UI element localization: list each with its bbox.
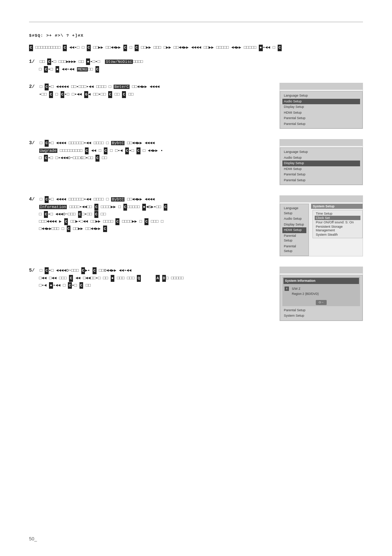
s5-b10: C	[68, 282, 72, 289]
menu2-item-5: Parental Setup	[282, 115, 360, 121]
sub-item-4: Persistent Storage Management	[315, 224, 360, 232]
img2-top	[280, 83, 363, 90]
s4-b6: C	[44, 211, 48, 218]
s3-b7: C	[95, 155, 99, 162]
m5-item-bg: System Information i S/W Z Region 2 (BD/…	[282, 277, 360, 306]
s3-b2: C	[85, 147, 89, 154]
s2-b4: G	[84, 91, 88, 98]
s3-uwgrade: Uwgrade	[39, 149, 57, 153]
ok-button[interactable]: O→	[316, 300, 327, 305]
s4-b3: C	[123, 204, 127, 211]
step-2-content: 2/ □ C▪□ ◄◄◄◄◄ □□▪□□□▪◄◄ □□□□ □ BeterC □…	[29, 83, 271, 98]
s3-b5: C	[136, 147, 140, 154]
s2-beter: BeterC	[114, 85, 130, 89]
s2-b6: C	[122, 91, 126, 98]
s3-bybt: BybtC	[111, 141, 124, 145]
step-3-text: 3/ □ C▪□ ◄◄◄◄ □□□□□□▪◄◄ □□□□ □ BybtC □□◄…	[29, 139, 271, 161]
m4-item-3: Display Setup	[282, 222, 306, 228]
step-3-number: 3/	[29, 140, 35, 146]
m5-system: System Setup	[282, 313, 360, 319]
page-container: $#$Q: >+ #>\ ? +]#X C □□□□□□□□□□ C ◄◄▪□ …	[0, 0, 392, 353]
s5-b4: C	[69, 275, 73, 282]
intro-text: C □□□□□□□□□□ C ◄◄▪□ □ C □□▶▶ □□◄◄▶▶ C □ …	[29, 44, 363, 51]
s4-b8: C	[94, 211, 98, 218]
s4-b2: C	[94, 204, 98, 211]
s1-stow: Stow/NoDisc	[105, 60, 133, 64]
menu2-item-6: Parental Setup	[282, 121, 360, 127]
step-5-text: 5/ □ C▪□ ◄◄◄◄O~□□□ C▶▪ C □□O◄◄▶▶ ◄◄▪◄◄ □…	[29, 267, 271, 289]
s5-b1: C	[45, 267, 49, 274]
img3-top	[280, 139, 363, 146]
step-4-number: 4/	[29, 196, 35, 202]
s4-bybt: BybtC	[111, 197, 124, 202]
s4-b11: C	[144, 218, 148, 225]
intro-bold-o: ●	[259, 45, 263, 51]
step-3-image: Language Setup Audio Setup Display Setup…	[279, 139, 363, 185]
menu3-item-5: Parental Setup	[282, 172, 360, 178]
step-5-image: System Information i S/W Z Region 2 (BD/…	[279, 267, 363, 321]
step-4-section: 4/ □ C▪□ ◄◄◄◄ □□□□□□▪◄◄ □□□□ □ BybtC □□◄…	[29, 195, 363, 256]
s3-b6: C	[44, 155, 48, 162]
s4-b7: C	[78, 211, 82, 218]
menu4-panels: Language Setup Audio Setup Display Setup…	[280, 204, 363, 256]
s1-b1: C	[47, 58, 51, 65]
intro-bold-c: C	[29, 45, 33, 51]
s1-b2: ●	[86, 58, 90, 65]
page-number: 50_	[29, 536, 37, 541]
menu3-item-4: HDMI Setup	[282, 166, 360, 172]
step-5-content: 5/ □ C▪□ ◄◄◄◄O~□□□ C▶▪ C □□O◄◄▶▶ ◄◄▪◄◄ □…	[29, 267, 271, 289]
s4-b5: C	[164, 204, 168, 211]
s4-b1: C	[45, 196, 49, 203]
s4-b9: C	[64, 218, 68, 225]
sub-item-5: System Stealth	[315, 232, 360, 237]
step-1-text: 1/ □□ C▪□ □□□▶▶▶▶ □□ ●▪□▪□ Stow/NoDisc□□…	[29, 58, 363, 73]
info-icon: i	[285, 287, 289, 291]
system-info-title: System Information	[283, 278, 359, 284]
page-title: $#$Q: >+ #>\ ? +]#X	[29, 33, 363, 38]
s5-b8: D	[162, 275, 166, 282]
s4-b4: ●	[142, 204, 146, 211]
intro-bold-c2: C	[63, 45, 67, 51]
s3-b1: C	[45, 140, 49, 147]
s1-b5: C	[95, 66, 99, 73]
s5-b6: Q	[137, 275, 141, 282]
s1-menu: MENU	[77, 67, 88, 72]
intro-bold-c5: C	[135, 45, 139, 51]
sub-item-2: Clock Set	[315, 216, 360, 220]
menu4-left: Language Setup Audio Setup Display Setup…	[280, 204, 309, 256]
img5-top	[280, 267, 363, 273]
step-4-content: 4/ □ C▪□ ◄◄◄◄ □□□□□□▪◄◄ □□□□ □ BybtC □□◄…	[29, 195, 271, 232]
s1-b4: ●	[56, 66, 60, 73]
sub-item-3: Pour ON/Off sound: S: On	[315, 220, 360, 224]
menu2-item-1: Language Setup	[282, 93, 360, 99]
m4-item-5: Parental Setup	[282, 233, 306, 244]
s2-b5: C	[108, 91, 112, 98]
step-2-number: 2/	[29, 84, 35, 89]
step-2-image: Language Setup Audio Setup Display Setup…	[279, 83, 363, 129]
menu2-item-2: Audio Setup	[282, 99, 360, 105]
step-2-section: 2/ □ C▪□ ◄◄◄◄◄ □□▪□□□▪◄◄ □□□□ □ BeterC □…	[29, 83, 363, 129]
s3-b4: C	[125, 147, 129, 154]
s4-b13: C	[103, 226, 107, 232]
intro-bold-c6: C	[278, 45, 282, 51]
s4-b12: C	[67, 226, 71, 232]
step-1-section: 1/ □□ C▪□ □□□▶▶▶▶ □□ ●▪□▪□ Stow/NoDisc□□…	[29, 58, 363, 73]
s5-b7: A	[156, 275, 160, 282]
m4-item-2: Audio Setup	[282, 216, 306, 222]
intro-bold-c3: C	[87, 45, 91, 51]
m4-item-6: Parental Setup	[282, 244, 306, 254]
step-3-content: 3/ □ C▪□ ◄◄◄◄ □□□□□□▪◄◄ □□□□ □ BybtC □□◄…	[29, 139, 271, 161]
menu4-title: System Setup	[311, 204, 363, 209]
menu3-item-6: Parental Setup	[282, 178, 360, 183]
menu4-sub: Time Setup Clock Set Pour ON/Off sound: …	[313, 210, 363, 238]
menu2-item-3: Display Setup	[282, 104, 360, 110]
menu4-left-panel: Language Setup Audio Setup Display Setup…	[280, 204, 309, 256]
img4-top	[280, 196, 363, 202]
step-5-section: 5/ □ C▪□ ◄◄◄◄O~□□□ C▶▪ C □□O◄◄▶▶ ◄◄▪◄◄ □…	[29, 267, 363, 321]
intro-bold-c4: C	[123, 45, 127, 51]
menu3-item-2: Audio Setup	[282, 155, 360, 161]
s1-b3: C	[44, 66, 48, 73]
s5-b9: ●	[49, 282, 53, 289]
menu3-item-3: Display Setup	[282, 161, 360, 166]
m4-item-1: Language Setup	[282, 206, 306, 216]
